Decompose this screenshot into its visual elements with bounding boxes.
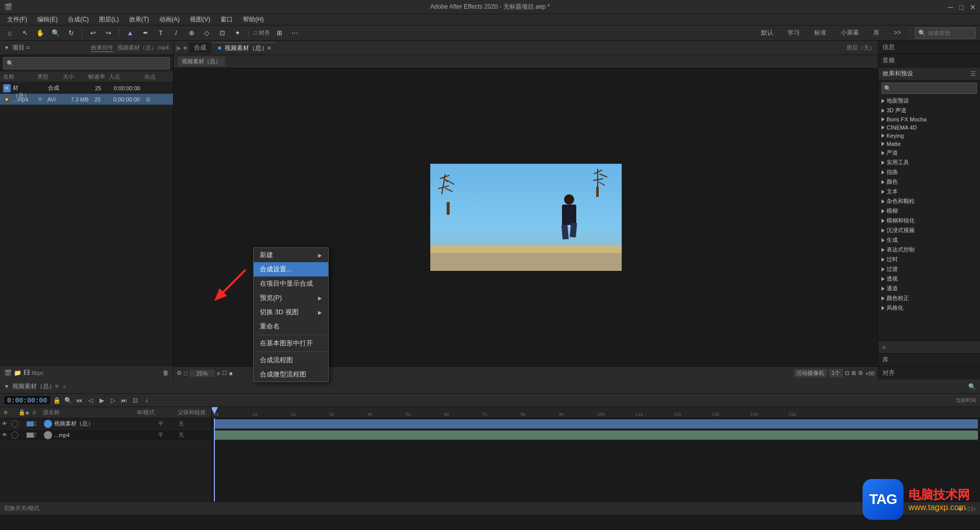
effect-cat-blur-sharp[interactable]: 模糊和锐化 <box>878 216 980 225</box>
menu-edit[interactable]: 编辑(E) <box>33 14 62 25</box>
tool-brush[interactable]: / <box>170 28 182 39</box>
effect-cat-utility[interactable]: 实用工具 <box>878 158 980 167</box>
tl-btn-prev[interactable]: ⏮ <box>75 396 84 405</box>
viewer-tab-footage[interactable]: ■ 视频素材（总）= <box>212 42 276 54</box>
tool-arrow[interactable]: ↖ <box>19 28 31 39</box>
close-button[interactable]: ✕ <box>970 3 976 11</box>
viewer-ctrl-icon2[interactable]: □ <box>184 370 187 376</box>
maximize-button[interactable]: □ <box>960 3 964 11</box>
tool-undo[interactable]: ↩ <box>87 28 99 39</box>
effect-cat-stylize[interactable]: 风格化 <box>878 303 980 313</box>
tool-stamp[interactable]: ⊕ <box>186 28 197 39</box>
viewer-ctrl-icon8[interactable]: ⚙ <box>858 370 863 376</box>
tl-btn-next-frame[interactable]: ▷ <box>108 396 117 405</box>
tool-shape[interactable]: ◇ <box>201 28 212 39</box>
menu-composition[interactable]: 合成(C) <box>64 14 93 25</box>
ws-learn[interactable]: 学习 <box>782 28 805 39</box>
layer-tab-btn[interactable]: 视频素材（总） <box>178 57 225 66</box>
effect-cat-channel[interactable]: 通道 <box>878 284 980 293</box>
viewer-ctrl-icon7[interactable]: ⊞ <box>851 370 856 376</box>
tool-redo[interactable]: ↪ <box>103 28 114 39</box>
viewer-ctrl-icon3[interactable]: ≡ <box>217 370 220 376</box>
menu-animation[interactable]: 动画(A) <box>155 14 184 25</box>
effect-cat-perspective[interactable]: 透视 <box>878 274 980 284</box>
ctx-comp-settings[interactable]: 合成设置... <box>254 262 328 276</box>
delete-icon[interactable]: 🗑 <box>163 369 169 376</box>
ws-library[interactable]: 库 <box>868 28 885 39</box>
ctx-open-motion[interactable]: 在基本图形中打开 <box>254 336 328 350</box>
effect-cat-transition[interactable]: 过渡 <box>878 264 980 274</box>
layer-row-comp[interactable]: 👁 1 视频素材（总） 平 无 <box>0 418 211 430</box>
tool-puppet[interactable]: ✦ <box>232 28 243 39</box>
color-depth[interactable]: 8bpc <box>32 370 44 376</box>
effect-cat-obsolete[interactable]: 过时 <box>878 255 980 264</box>
new-folder-icon[interactable]: 📁 <box>14 369 21 376</box>
tool-hand[interactable]: ✋ <box>35 28 46 39</box>
effects-options-icon[interactable]: ☰ <box>970 70 976 78</box>
project-item-comp[interactable]: C 视频素材（总） 合成 25 0:00:00:00 <box>0 83 173 94</box>
effect-cat-keying[interactable]: Keying <box>878 132 980 140</box>
viewer-ctrl-icon6[interactable]: ⊡ <box>845 370 849 376</box>
layer-row-avi[interactable]: 👁 2 ...mp4 平 无 <box>0 430 211 441</box>
solo-btn-avi[interactable] <box>11 432 18 439</box>
tool-text[interactable]: T <box>155 28 166 39</box>
effect-cat-animation-presets[interactable]: 地面预设 <box>878 96 980 106</box>
ctx-rename[interactable]: 重命名 <box>254 319 328 334</box>
ctx-preview[interactable]: 预览(P) ▶ <box>254 291 328 305</box>
effect-cat-expression[interactable]: 表达式控制 <box>878 245 980 255</box>
tl-btn-ram[interactable]: ⊡ <box>131 396 140 405</box>
minimize-button[interactable]: ─ <box>948 3 953 11</box>
tl-btn-play[interactable]: ▶ <box>97 396 106 405</box>
effect-cat-3d[interactable]: 3D 声道 <box>878 106 980 115</box>
tl-options-icon[interactable]: ≡ <box>63 384 66 390</box>
viewer-tab-comp[interactable]: 合成 <box>189 42 211 53</box>
effect-cat-color[interactable]: 颜色 <box>878 177 980 187</box>
views-select[interactable]: 1个 <box>829 369 843 377</box>
tl-btn-lock[interactable]: 🔒 <box>52 396 61 405</box>
tl-collapse-icon[interactable]: ▼ <box>4 384 9 389</box>
effect-cat-blur[interactable]: 模糊 <box>878 206 980 216</box>
tool-rotate[interactable]: ↻ <box>65 28 77 39</box>
camera-select[interactable]: 活动摄像机 <box>794 369 827 377</box>
solo-btn-comp[interactable] <box>11 420 18 427</box>
effect-cat-distort[interactable]: 扭曲 <box>878 167 980 177</box>
menu-layer[interactable]: 图层(L) <box>95 14 123 25</box>
playhead[interactable] <box>214 418 215 501</box>
tool-select[interactable]: ▲ <box>125 28 136 39</box>
timecode-display[interactable]: 0:00:00:00 <box>4 396 50 405</box>
menu-window[interactable]: 窗口 <box>216 14 237 25</box>
collapse-icon[interactable]: ▼ <box>4 45 9 51</box>
effect-cat-cinema4d[interactable]: CINEMA 4D <box>878 123 980 132</box>
zoom-select[interactable]: 25% <box>189 370 215 377</box>
next-keyframe-icon[interactable]: ▷ <box>971 505 976 512</box>
effect-cat-generate[interactable]: 生成 <box>878 235 980 245</box>
viewer-ctrl-icon1[interactable]: ⚙ <box>177 370 182 376</box>
tool-pen[interactable]: ✒ <box>140 28 151 39</box>
effect-cat-yandao[interactable]: 严道 <box>878 148 980 158</box>
ws-default[interactable]: 默认 <box>756 28 778 39</box>
viewer-ctrl-icon4[interactable]: ☐ <box>222 370 227 376</box>
tl-btn-audio[interactable]: ♪ <box>142 396 151 405</box>
ws-standard[interactable]: 标准 <box>809 28 831 39</box>
menu-view[interactable]: 视图(V) <box>186 14 214 25</box>
tool-roto[interactable]: ⊡ <box>216 28 228 39</box>
effect-cat-text[interactable]: 文本 <box>878 187 980 196</box>
project-tab-effects[interactable]: 效果控件 <box>91 44 113 52</box>
tl-btn-next[interactable]: ⏭ <box>119 396 129 405</box>
effect-cat-immersive[interactable]: 沉浸式视频 <box>878 225 980 235</box>
ws-more[interactable]: >> <box>889 28 906 38</box>
ctx-comp-flowchart[interactable]: 合成流程图 <box>254 353 328 367</box>
menu-file[interactable]: 文件(F) <box>3 14 31 25</box>
new-comp-icon[interactable]: 🎞 <box>23 369 30 376</box>
effect-cat-boris[interactable]: Boris FX Mocha <box>878 115 980 123</box>
tl-btn-prev-frame[interactable]: ◁ <box>86 396 95 405</box>
tl-btn-search[interactable]: 🔍 <box>63 396 72 405</box>
ctx-show-in-project[interactable]: 在项目中显示合成 <box>254 276 328 291</box>
ctx-3d-view[interactable]: 切换 3D 视图 ▶ <box>254 305 328 319</box>
effect-cat-matte[interactable]: Matte <box>878 140 980 148</box>
ctx-comp-mini-flowchart[interactable]: 合成微型流程图 <box>254 367 328 382</box>
tool-snap[interactable]: ⊞ <box>274 28 285 39</box>
search-help-input[interactable] <box>928 30 969 36</box>
ctx-new[interactable]: 新建 ▶ <box>254 248 328 262</box>
tool-zoom[interactable]: 🔍 <box>50 28 61 39</box>
